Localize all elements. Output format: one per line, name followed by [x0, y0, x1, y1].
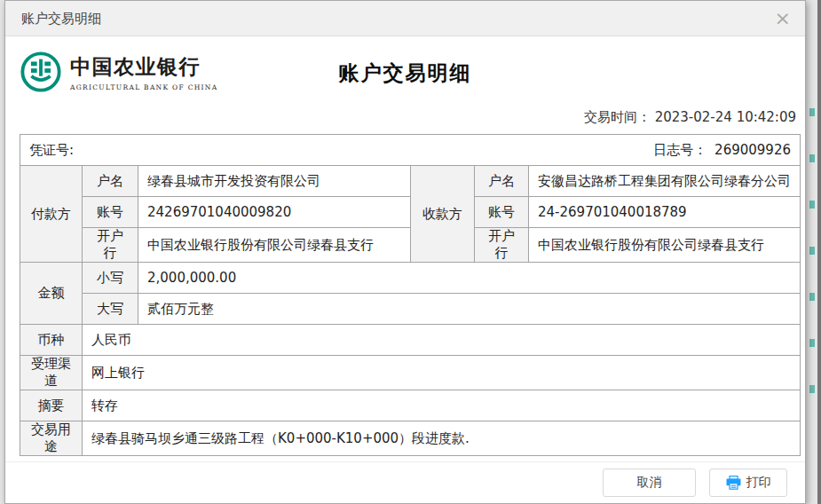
payee-name-label: 户名 — [475, 166, 529, 197]
table-row: 摘要 转存 — [20, 390, 801, 421]
journal-no-label: 日志号： — [653, 142, 707, 158]
payer-bank-value: 中国农业银行股份有限公司绿春县支行 — [138, 228, 411, 263]
transaction-time: 交易时间： 2023-02-24 10:42:09 — [5, 109, 796, 126]
bank-name-en: AGRICULTURAL BANK OF CHINA — [70, 83, 217, 91]
dialog-footer: 取消 打印 — [5, 461, 805, 503]
currency-value: 人民币 — [83, 325, 801, 356]
payer-name-value: 绿春县城市开发投资有限公司 — [138, 166, 411, 197]
transaction-detail-dialog: 账户交易明细 × 中国农业银行 AGRI — [4, 0, 806, 504]
table-row: 凭证号: 日志号： 269009926 — [20, 135, 801, 166]
payee-bank-value: 中国农业银行股份有限公司绿春县支行 — [529, 228, 801, 263]
transaction-detail-table: 凭证号: 日志号： 269009926 付款方 户名 绿春县城市开发投资有限公司… — [20, 134, 801, 456]
amount-digits-label: 小写 — [83, 263, 138, 294]
purpose-value: 绿春县骑马坝乡通三级路工程（K0+000-K10+000）段进度款. — [83, 421, 801, 456]
dialog-title: 账户交易明细 — [5, 11, 101, 27]
printer-icon — [726, 476, 741, 490]
currency-label: 币种 — [20, 325, 83, 356]
transaction-time-value: 2023-02-24 10:42:09 — [655, 109, 796, 125]
payer-name-label: 户名 — [83, 166, 138, 197]
payee-group-label: 收款方 — [411, 166, 475, 263]
payer-account-label: 账号 — [83, 197, 138, 228]
table-row: 交易用途 绿春县骑马坝乡通三级路工程（K0+000-K10+000）段进度款. — [20, 421, 801, 456]
close-icon[interactable]: × — [775, 9, 791, 28]
table-row: 金额 小写 2,000,000.00 — [20, 263, 801, 294]
table-row: 大写 贰佰万元整 — [20, 294, 801, 325]
cancel-button[interactable]: 取消 — [603, 469, 696, 497]
amount-group-label: 金额 — [20, 263, 83, 325]
table-row: 币种 人民币 — [20, 325, 801, 356]
payee-account-value: 24-269701040018789 — [529, 197, 801, 228]
print-button[interactable]: 打印 — [709, 469, 787, 497]
table-row: 付款方 户名 绿春县城市开发投资有限公司 收款方 户名 安徽昌达路桥工程集团有限… — [20, 166, 801, 197]
payee-name-value: 安徽昌达路桥工程集团有限公司绿春分公司 — [529, 166, 801, 197]
purpose-label: 交易用途 — [20, 421, 83, 456]
receipt-header: 中国农业银行 AGRICULTURAL BANK OF CHINA 账户交易明细 — [5, 49, 805, 100]
table-row: 受理渠道 网上银行 — [20, 356, 801, 390]
bank-brand: 中国农业银行 AGRICULTURAL BANK OF CHINA — [20, 51, 217, 93]
amount-words-value: 贰佰万元整 — [138, 294, 801, 325]
journal-no-value: 269009926 — [714, 142, 791, 158]
dialog-titlebar: 账户交易明细 × — [5, 1, 805, 36]
bank-name-cn: 中国农业银行 — [70, 53, 217, 81]
cancel-button-label: 取消 — [637, 475, 662, 491]
voucher-no-label: 凭证号: — [29, 142, 74, 159]
payer-bank-label: 开户行 — [83, 228, 138, 263]
payer-group-label: 付款方 — [20, 166, 83, 263]
amount-digits-value: 2,000,000.00 — [138, 263, 801, 294]
table-row: 账号 24269701040009820 账号 24-2697010400187… — [20, 197, 801, 228]
channel-label: 受理渠道 — [20, 356, 83, 390]
summary-value: 转存 — [83, 390, 801, 421]
abc-bank-logo-icon — [20, 51, 62, 93]
payee-bank-label: 开户行 — [475, 228, 529, 263]
table-row: 开户行 中国农业银行股份有限公司绿春县支行 开户行 中国农业银行股份有限公司绿春… — [20, 228, 801, 263]
amount-words-label: 大写 — [83, 294, 138, 325]
window-right-edge — [817, 0, 821, 504]
channel-value: 网上银行 — [83, 356, 801, 390]
payer-account-value: 24269701040009820 — [138, 197, 411, 228]
page-behind-text-fragments — [809, 108, 815, 401]
payee-account-label: 账号 — [475, 197, 529, 228]
transaction-time-label: 交易时间： — [584, 109, 651, 126]
print-button-label: 打印 — [746, 475, 771, 491]
summary-label: 摘要 — [20, 390, 83, 421]
